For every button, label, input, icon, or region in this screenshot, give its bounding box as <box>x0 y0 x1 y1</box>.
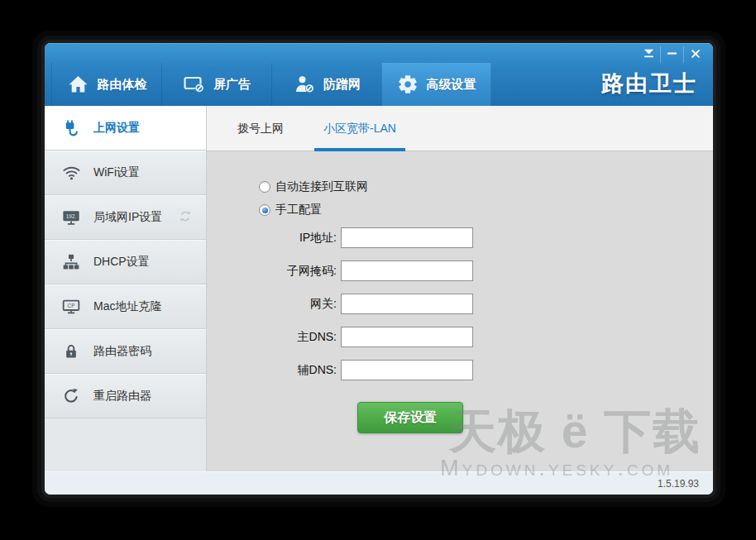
minimize-button[interactable] <box>660 46 683 63</box>
radio-label: 自动连接到互联网 <box>275 179 368 194</box>
person-block-icon <box>293 74 315 94</box>
sidebar-item-dhcp-settings[interactable]: DHCP设置 <box>45 240 206 284</box>
close-icon <box>691 47 701 62</box>
nav-label: 高级设置 <box>427 77 476 93</box>
nav-label: 屏广告 <box>213 77 251 93</box>
nav-label: 路由体检 <box>98 77 147 93</box>
window-controls <box>637 46 706 63</box>
nav-label: 防蹭网 <box>323 77 361 93</box>
gateway-field[interactable] <box>341 294 473 314</box>
gateway-label: 网关: <box>207 294 337 314</box>
lock-icon <box>60 342 82 361</box>
close-button[interactable] <box>683 46 706 63</box>
header: 路由体检 屏广告 <box>45 43 713 106</box>
secondary-dns-field[interactable] <box>341 360 473 380</box>
radio-manual-config[interactable]: 手工配置 <box>259 198 713 222</box>
sidebar: 上网设置 WiFi设置 192. <box>45 106 207 471</box>
radio-button-unchecked[interactable] <box>259 181 270 193</box>
nav-item-anti-leech[interactable]: 防蹭网 <box>271 63 381 106</box>
form-row-primary-dns: 主DNS: <box>207 327 713 360</box>
restart-icon <box>60 387 82 405</box>
primary-dns-label: 主DNS: <box>207 327 337 347</box>
lan-settings-panel: 自动连接到互联网 手工配置 IP地址: 子网掩码: <box>207 175 713 495</box>
subnet-mask-label: 子网掩码: <box>207 260 337 281</box>
form-row-ip: IP地址: <box>207 227 713 260</box>
sidebar-label: 重启路由器 <box>93 389 151 404</box>
sidebar-label: Mac地址克隆 <box>93 299 161 314</box>
monitor-clone-icon: CP <box>60 298 82 316</box>
sidebar-item-internet-settings[interactable]: 上网设置 <box>45 106 206 151</box>
network-tree-icon <box>60 253 82 271</box>
skin-menu-button[interactable] <box>637 46 660 63</box>
form-row-gateway: 网关: <box>207 294 713 327</box>
sidebar-item-mac-clone[interactable]: CP Mac地址克隆 <box>45 284 206 329</box>
radio-label: 手工配置 <box>275 203 322 217</box>
sidebar-item-router-password[interactable]: 路由器密码 <box>45 329 206 374</box>
tab-lan-broadband[interactable]: 小区宽带-LAN <box>314 106 405 151</box>
save-settings-button[interactable]: 保存设置 <box>357 402 463 433</box>
radio-button-checked[interactable] <box>259 204 270 216</box>
sidebar-item-lan-ip-settings[interactable]: 192. 局域网IP设置 <box>45 195 206 240</box>
svg-text:192.: 192. <box>66 213 77 218</box>
sidebar-item-wifi-settings[interactable]: WiFi设置 <box>45 151 206 195</box>
sidebar-label: WiFi设置 <box>93 165 140 180</box>
home-icon <box>67 74 89 94</box>
nav-item-block-ads[interactable]: 屏广告 <box>161 63 271 106</box>
sync-icon <box>178 208 193 226</box>
form-row-subnet: 子网掩码: <box>207 260 713 294</box>
sidebar-label: DHCP设置 <box>93 255 150 270</box>
form-row-secondary-dns: 辅DNS: <box>207 360 713 393</box>
app-logo: 路由卫士 <box>601 63 697 107</box>
manual-config-form: IP地址: 子网掩码: 网关: 主DNS: <box>207 227 713 393</box>
primary-dns-field[interactable] <box>341 327 473 347</box>
nav-item-router-check[interactable]: 路由体检 <box>51 63 161 106</box>
monitor-ip-icon: 192. <box>60 208 82 227</box>
radio-auto-connect[interactable]: 自动连接到互联网 <box>259 175 713 198</box>
nav-item-advanced-settings[interactable]: 高级设置 <box>381 63 491 106</box>
monitor-block-icon <box>183 74 205 94</box>
svg-text:CP: CP <box>68 303 75 308</box>
plug-icon <box>60 118 82 137</box>
triangle-down-with-bar-icon <box>643 47 655 62</box>
tab-dial-up[interactable]: 拨号上网 <box>207 106 314 151</box>
sidebar-label: 局域网IP设置 <box>93 210 162 225</box>
app-window: 路由体检 屏广告 <box>45 43 713 495</box>
ip-address-field[interactable] <box>341 227 473 248</box>
gear-icon <box>397 74 419 95</box>
sidebar-item-restart-router[interactable]: 重启路由器 <box>45 374 206 418</box>
sidebar-label: 上网设置 <box>93 121 140 136</box>
ip-address-label: IP地址: <box>207 227 337 248</box>
minimize-icon <box>667 47 677 62</box>
wifi-icon <box>60 163 82 182</box>
content-area: 拨号上网 小区宽带-LAN 自动连接到互联网 手工配置 IP地址: <box>207 106 713 471</box>
main-area: 上网设置 WiFi设置 192. <box>45 106 713 471</box>
sidebar-label: 路由器密码 <box>93 344 151 359</box>
secondary-dns-label: 辅DNS: <box>207 360 337 380</box>
content-tabbar: 拨号上网 小区宽带-LAN <box>207 106 713 151</box>
main-nav: 路由体检 屏广告 <box>51 63 491 106</box>
subnet-mask-field[interactable] <box>341 260 473 281</box>
